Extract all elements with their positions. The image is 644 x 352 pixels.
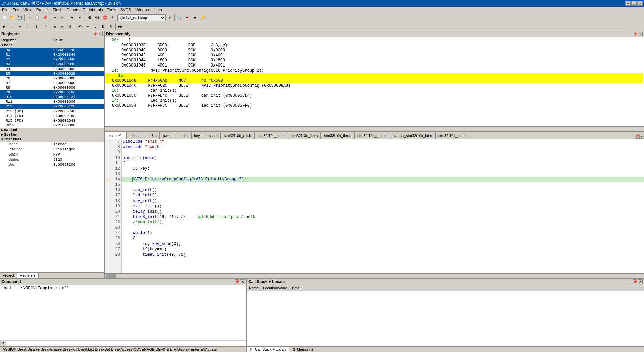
registers-close-btn[interactable]: ✕ [98,32,103,36]
command-pin-btn[interactable]: 📌 [235,279,239,284]
call-stack-btn[interactable]: ≡ [84,23,91,30]
menu-flash[interactable]: Flash [51,7,64,13]
debug-step-into-button[interactable]: ↓ [8,23,16,30]
tab-time3-c[interactable]: time3.c [142,132,159,139]
tab-registers[interactable]: Registers [17,273,38,278]
menu-svcs[interactable]: SVCS [118,7,133,13]
code-hscroll[interactable] [105,273,644,278]
toolbar2: ▶ ↓ ↪ ↑ →| ⭢ ◉ ◎ Ⅲ 👁 ≡ L D R ▶▶ [0,22,644,31]
code-line-24: while(1) [122,230,644,236]
cs-tab-memory[interactable]: 🗒 Memory 1 [289,347,316,352]
tab-led-c[interactable]: led.c [177,132,191,139]
menu-debug[interactable]: Debug [65,7,80,13]
download-button[interactable]: ⬇ [109,14,116,21]
disasm-header-btns: 📌 ✕ [633,32,643,36]
debug-step-over-button[interactable]: ↪ [16,23,23,30]
disasm-hscroll[interactable] [105,126,644,131]
disasm-btn[interactable]: D [99,23,107,30]
debug-step-button[interactable]: 🔑 [199,14,206,21]
cut-button[interactable]: ✂ [26,14,33,21]
tab-exti-c[interactable]: stm32f10x_exti.c [435,132,469,139]
menu-view[interactable]: View [21,7,34,13]
paste-button[interactable]: 📌 [41,14,49,21]
tab-project[interactable]: Project [0,273,17,278]
tab-main-c[interactable]: main.c ✕ [105,132,126,139]
nav-back-button[interactable]: ◄ [68,14,76,21]
right-panel: Disassembly 📌 ✕ 26: } 0x0800103E BD08 [105,31,644,278]
search-button[interactable]: 🔍 [176,14,183,21]
registers-pin-btn[interactable]: 📌 [93,32,97,36]
tab-pwm-c[interactable]: pwm.c [160,132,177,139]
callstack-pin-btn[interactable]: 📌 [633,279,637,284]
watch-button[interactable]: 👁 [76,23,84,30]
register-internal-row: States6320 [0,157,104,162]
disasm-pin-btn[interactable]: 📌 [633,32,637,36]
sep3 [67,14,67,21]
code-lines[interactable]: #include "exit.h" #include "pwm.h" int m… [122,139,644,273]
registers-panel: Registers 📌 ✕ Register Value ▼Core R00x2 [0,31,105,278]
tab-pin-btn[interactable]: 📌 [635,134,639,139]
code-line-7: #include "exit.h" [122,139,644,144]
tab-can-c[interactable]: can.c [206,132,220,139]
menubar: File Edit View Project Flash Debug Perip… [0,7,644,13]
build-button[interactable]: ⚙ [86,14,93,21]
debug-run-button[interactable]: ▶ [1,23,8,30]
command-close-btn[interactable]: ✕ [240,279,245,284]
cs-col-loc: Location/Value [261,285,289,291]
new-button[interactable]: 📄 [1,14,8,21]
menu-edit[interactable]: Edit [10,7,21,13]
save-button[interactable]: 💾 [16,14,23,21]
debug-stop-button[interactable]: ■ [191,14,199,21]
tab-exit-c[interactable]: exit.c [126,132,141,139]
menu-help[interactable]: Help [152,7,164,13]
tab-key-c[interactable]: key.c [191,132,206,139]
close-button[interactable]: ✕ [637,1,643,6]
stop-build-button[interactable]: ⛔ [101,14,109,21]
register-row: R50x0000002B [0,71,104,76]
margin-col: ⇒ [105,139,110,273]
menu-window[interactable]: Window [133,7,152,13]
rebuild-button[interactable]: ⚙⚙ [94,14,101,21]
tab-tim-h[interactable]: stm32f10x_tim.h [288,132,321,139]
memory-button[interactable]: Ⅲ [66,23,74,30]
menu-tools[interactable]: Tools [105,7,118,13]
tab-tim-c[interactable]: stm32f10x_tim.c [321,132,354,139]
target-combo[interactable]: gimbal_cali.step [119,14,166,21]
disasm-close-btn[interactable]: ✕ [638,32,643,36]
tab-rcc-c[interactable]: stm32f10x_rcc.c [254,132,287,139]
code-content[interactable]: ⇒ [105,139,644,273]
tab-gpio-c[interactable]: stm32f10x_gpio.c [354,132,389,139]
undo-button[interactable]: ↶ [51,14,58,21]
debug-run-to-cursor-button[interactable]: →| [32,23,39,30]
menu-file[interactable]: File [0,7,10,13]
maximize-button[interactable]: □ [631,1,637,6]
show-next-stmt-button[interactable]: ⭢ [41,23,49,30]
hscroll-thumb[interactable] [106,274,116,278]
redo-button[interactable]: ↷ [59,14,66,21]
nav-fwd-button[interactable]: ► [76,14,84,21]
tab-close-btn[interactable]: ✕ [639,134,644,139]
debug-start-button[interactable]: ● [183,14,191,21]
close-main-c[interactable]: ✕ [118,133,123,138]
tab-startup[interactable]: startup_stm32f10x_hd.s [390,132,435,139]
debug-step-out-button[interactable]: ↑ [24,23,31,30]
target-options-button[interactable]: ▼ [166,14,173,21]
more-btn[interactable]: ▶▶ [117,23,124,30]
menu-peripherals[interactable]: Peripherals [80,7,105,13]
register-row: R10x20000346 [0,52,104,57]
callstack-header-btns: 📌 ✕ [633,279,643,284]
breakpoint-button[interactable]: ◉ [51,23,58,30]
cs-tab-callstack[interactable]: 📋 Call Stack + Locals [247,347,289,352]
command-input[interactable] [6,341,246,346]
minimize-button[interactable]: − [625,1,631,6]
registers-btn2[interactable]: R [107,23,114,30]
menu-project[interactable]: Project [34,7,51,13]
locals-btn[interactable]: L [92,23,99,30]
register-row: R100x08001124 [0,95,104,99]
open-button[interactable]: 📂 [8,14,16,21]
tab-rcc-h[interactable]: stm32f10x_rcc.h [221,132,254,139]
callstack-close-btn[interactable]: ✕ [638,279,643,284]
clear-bp-button[interactable]: ◎ [59,23,66,30]
disasm-content[interactable]: 26: } 0x0800103E BD08 POP {r3,pc} 0x0800… [105,37,644,126]
copy-button[interactable]: 📋 [34,14,41,21]
